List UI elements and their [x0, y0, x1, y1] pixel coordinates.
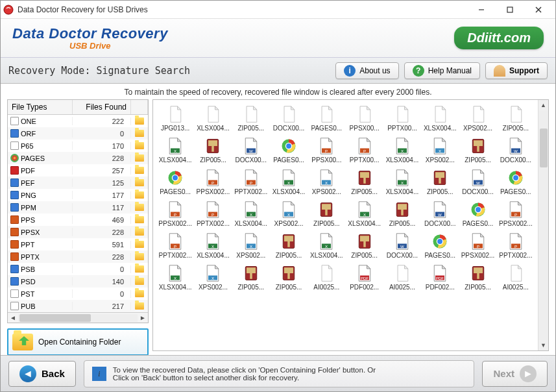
file-item[interactable]: ZIP005...	[346, 167, 382, 195]
file-item[interactable]: XXPS002...	[422, 136, 458, 164]
file-type-row[interactable]: PUB217	[8, 300, 148, 312]
file-item[interactable]: WDOCX00...	[498, 136, 534, 164]
file-item[interactable]: WDOCX00...	[422, 199, 458, 227]
file-item[interactable]: ZIP005...	[195, 136, 231, 164]
next-button[interactable]: Next ►	[482, 361, 548, 387]
file-item[interactable]: XXPS002...	[233, 231, 269, 259]
file-item[interactable]: XXLSX004...	[195, 231, 231, 259]
file-item[interactable]: XXLSX004...	[346, 199, 382, 227]
file-item[interactable]: DOCX00...	[271, 104, 307, 132]
file-item[interactable]: PPSX00...	[346, 104, 382, 132]
scroll-left-arrow[interactable]: ◄	[8, 314, 18, 321]
file-type-row[interactable]: PAGES228	[8, 152, 148, 164]
file-item[interactable]: XXPS002...	[195, 263, 231, 291]
file-type-row[interactable]: PPSX228	[8, 226, 148, 238]
file-item[interactable]: PPPSX002...	[498, 199, 534, 227]
file-type-row[interactable]: PPM117	[8, 201, 148, 214]
folder-icon[interactable]	[135, 179, 144, 186]
file-item[interactable]: PDFPDF002...	[422, 263, 458, 291]
file-item[interactable]: ZIP005...	[459, 136, 496, 164]
folder-icon[interactable]	[135, 142, 144, 149]
file-item[interactable]: ZIP005...	[271, 231, 307, 259]
file-item[interactable]: PPPTX002...	[233, 167, 269, 195]
folder-icon[interactable]	[135, 167, 144, 174]
file-item[interactable]: AI0025...	[308, 263, 344, 291]
col-header-type[interactable]: File Types	[8, 100, 73, 114]
folder-icon[interactable]	[135, 228, 144, 236]
close-button[interactable]	[524, 1, 553, 18]
file-item[interactable]: XXLSX004...	[157, 136, 193, 164]
file-grid[interactable]: JPG013...XLSX004...ZIP005...DOCX00...PAG…	[157, 104, 534, 291]
file-item[interactable]: PPPTX00...	[346, 136, 382, 164]
file-item[interactable]: ZIP005...	[459, 263, 496, 291]
file-type-row[interactable]: PNG177	[8, 189, 148, 201]
file-item[interactable]: PAGES0...	[157, 167, 193, 195]
file-item[interactable]: PAGES0...	[271, 136, 307, 164]
folder-icon[interactable]	[135, 290, 144, 297]
scroll-up-arrow[interactable]: ▲	[538, 100, 548, 110]
file-item[interactable]: PAGES0...	[308, 104, 344, 132]
folder-icon[interactable]	[135, 241, 144, 248]
file-item[interactable]: PAGES0...	[422, 231, 458, 259]
maximize-button[interactable]	[496, 1, 524, 18]
file-item[interactable]: ZIP005...	[498, 104, 534, 132]
file-item[interactable]: PPPTX002...	[498, 231, 534, 259]
file-item[interactable]: ZIP005...	[271, 263, 307, 291]
file-item[interactable]: XXPS002...	[271, 199, 307, 227]
file-type-row[interactable]: PPS469	[8, 214, 148, 226]
file-item[interactable]: XLSX004...	[422, 104, 458, 132]
file-type-row[interactable]: PPTX228	[8, 251, 148, 263]
file-type-row[interactable]: ONE222	[8, 115, 148, 127]
file-item[interactable]: ZIP005...	[384, 199, 420, 227]
folder-icon[interactable]	[135, 191, 144, 199]
file-item[interactable]: ZIP005...	[233, 263, 269, 291]
file-item[interactable]: PPPTX002...	[157, 231, 193, 259]
file-item[interactable]: XPS002...	[459, 104, 496, 132]
file-type-row[interactable]: PSD140	[8, 275, 148, 288]
file-item[interactable]: WDOCX00...	[384, 231, 420, 259]
file-item[interactable]: AI0025...	[384, 263, 420, 291]
folder-icon[interactable]	[135, 216, 144, 223]
file-type-row[interactable]: PEF125	[8, 177, 148, 189]
file-item[interactable]: AI0025...	[498, 263, 534, 291]
help-manual-button[interactable]: ? Help Manual	[404, 62, 480, 79]
minimize-button[interactable]	[467, 1, 496, 18]
folder-icon[interactable]	[135, 278, 144, 285]
folder-icon[interactable]	[135, 154, 144, 162]
file-item[interactable]: XXLSX004...	[384, 167, 420, 195]
file-item[interactable]: XXLSX004...	[271, 167, 307, 195]
file-type-row[interactable]: PDF257	[8, 164, 148, 177]
support-button[interactable]: Support	[485, 62, 548, 79]
folder-icon[interactable]	[135, 130, 144, 137]
folder-icon[interactable]	[135, 204, 144, 211]
file-item[interactable]: WDOCX00...	[233, 136, 269, 164]
file-type-row[interactable]: ORF0	[8, 127, 148, 140]
folder-icon[interactable]	[135, 302, 144, 310]
file-item[interactable]: PPPSX002...	[157, 199, 193, 227]
file-item[interactable]: XLSX004...	[195, 104, 231, 132]
file-types-list[interactable]: ONE222ORF0P65170PAGES228PDF257PEF125PNG1…	[8, 115, 148, 312]
scroll-down-arrow[interactable]: ▼	[538, 340, 548, 350]
file-item[interactable]: PPTX00...	[384, 104, 420, 132]
file-types-hscroll[interactable]: ◄ ►	[8, 312, 148, 323]
about-us-button[interactable]: i About us	[335, 62, 398, 79]
folder-icon[interactable]	[135, 253, 144, 260]
file-type-row[interactable]: PPT591	[8, 238, 148, 251]
file-item[interactable]: XXLSX004...	[384, 136, 420, 164]
file-item[interactable]: XXLSX004...	[157, 263, 193, 291]
file-item[interactable]: PDFPDF002...	[346, 263, 382, 291]
file-item[interactable]: ZIP005...	[233, 104, 269, 132]
file-item[interactable]: JPG013...	[157, 104, 193, 132]
file-item[interactable]: PAGES0...	[459, 199, 496, 227]
file-type-row[interactable]: PST0	[8, 288, 148, 300]
file-item[interactable]: PPPTX002...	[195, 199, 231, 227]
file-item[interactable]: PAGES0...	[498, 167, 534, 195]
file-item[interactable]: PPPSX00...	[308, 136, 344, 164]
folder-icon[interactable]	[135, 117, 144, 125]
vscroll-thumb[interactable]	[540, 129, 548, 167]
file-item[interactable]: XXLSX004...	[308, 231, 344, 259]
file-item[interactable]: XXLSX004...	[233, 199, 269, 227]
col-header-found[interactable]: Files Found	[73, 100, 131, 114]
file-type-row[interactable]: PSB0	[8, 263, 148, 275]
hscroll-thumb[interactable]	[19, 314, 91, 322]
